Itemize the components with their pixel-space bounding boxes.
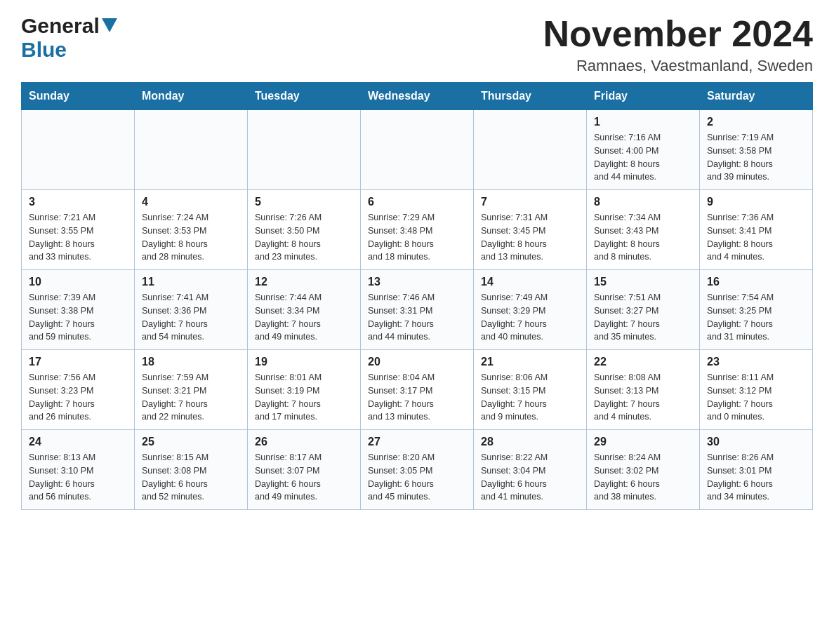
calendar-cell bbox=[22, 110, 135, 190]
day-number: 17 bbox=[29, 356, 127, 368]
calendar-cell bbox=[248, 110, 361, 190]
calendar-cell: 5Sunrise: 7:26 AM Sunset: 3:50 PM Daylig… bbox=[248, 190, 361, 270]
logo-general-text: General bbox=[21, 14, 100, 38]
day-number: 3 bbox=[29, 196, 127, 208]
day-info: Sunrise: 7:21 AM Sunset: 3:55 PM Dayligh… bbox=[29, 211, 127, 264]
day-info: Sunrise: 8:26 AM Sunset: 3:01 PM Dayligh… bbox=[707, 451, 805, 504]
calendar-table: SundayMondayTuesdayWednesdayThursdayFrid… bbox=[21, 82, 813, 510]
day-info: Sunrise: 8:11 AM Sunset: 3:12 PM Dayligh… bbox=[707, 371, 805, 424]
weekday-header-thursday: Thursday bbox=[474, 83, 587, 110]
calendar-week-row: 3Sunrise: 7:21 AM Sunset: 3:55 PM Daylig… bbox=[22, 190, 813, 270]
day-number: 12 bbox=[255, 276, 353, 288]
calendar-cell: 4Sunrise: 7:24 AM Sunset: 3:53 PM Daylig… bbox=[135, 190, 248, 270]
day-number: 9 bbox=[707, 196, 805, 208]
calendar-cell: 28Sunrise: 8:22 AM Sunset: 3:04 PM Dayli… bbox=[474, 430, 587, 510]
day-number: 28 bbox=[481, 436, 579, 448]
logo-blue-text: Blue bbox=[21, 38, 67, 61]
day-info: Sunrise: 7:24 AM Sunset: 3:53 PM Dayligh… bbox=[142, 211, 240, 264]
day-info: Sunrise: 8:20 AM Sunset: 3:05 PM Dayligh… bbox=[368, 451, 466, 504]
day-info: Sunrise: 7:44 AM Sunset: 3:34 PM Dayligh… bbox=[255, 291, 353, 344]
logo-triangle-icon bbox=[102, 18, 117, 35]
day-number: 15 bbox=[594, 276, 692, 288]
day-number: 13 bbox=[368, 276, 466, 288]
weekday-header-tuesday: Tuesday bbox=[248, 83, 361, 110]
day-number: 25 bbox=[142, 436, 240, 448]
calendar-cell: 25Sunrise: 8:15 AM Sunset: 3:08 PM Dayli… bbox=[135, 430, 248, 510]
day-info: Sunrise: 7:41 AM Sunset: 3:36 PM Dayligh… bbox=[142, 291, 240, 344]
calendar-cell bbox=[474, 110, 587, 190]
day-info: Sunrise: 8:04 AM Sunset: 3:17 PM Dayligh… bbox=[368, 371, 466, 424]
day-number: 1 bbox=[594, 116, 692, 128]
calendar-cell: 8Sunrise: 7:34 AM Sunset: 3:43 PM Daylig… bbox=[587, 190, 700, 270]
calendar-week-row: 10Sunrise: 7:39 AM Sunset: 3:38 PM Dayli… bbox=[22, 270, 813, 350]
calendar-cell: 20Sunrise: 8:04 AM Sunset: 3:17 PM Dayli… bbox=[361, 350, 474, 430]
weekday-header-wednesday: Wednesday bbox=[361, 83, 474, 110]
calendar-cell: 18Sunrise: 7:59 AM Sunset: 3:21 PM Dayli… bbox=[135, 350, 248, 430]
day-info: Sunrise: 8:13 AM Sunset: 3:10 PM Dayligh… bbox=[29, 451, 127, 504]
day-number: 2 bbox=[707, 116, 805, 128]
day-info: Sunrise: 7:34 AM Sunset: 3:43 PM Dayligh… bbox=[594, 211, 692, 264]
day-number: 24 bbox=[29, 436, 127, 448]
calendar-cell: 17Sunrise: 7:56 AM Sunset: 3:23 PM Dayli… bbox=[22, 350, 135, 430]
day-info: Sunrise: 7:31 AM Sunset: 3:45 PM Dayligh… bbox=[481, 211, 579, 264]
day-info: Sunrise: 8:15 AM Sunset: 3:08 PM Dayligh… bbox=[142, 451, 240, 504]
calendar-cell: 27Sunrise: 8:20 AM Sunset: 3:05 PM Dayli… bbox=[361, 430, 474, 510]
calendar-cell: 21Sunrise: 8:06 AM Sunset: 3:15 PM Dayli… bbox=[474, 350, 587, 430]
calendar-cell: 12Sunrise: 7:44 AM Sunset: 3:34 PM Dayli… bbox=[248, 270, 361, 350]
calendar-cell: 16Sunrise: 7:54 AM Sunset: 3:25 PM Dayli… bbox=[700, 270, 813, 350]
calendar-cell: 11Sunrise: 7:41 AM Sunset: 3:36 PM Dayli… bbox=[135, 270, 248, 350]
day-info: Sunrise: 8:22 AM Sunset: 3:04 PM Dayligh… bbox=[481, 451, 579, 504]
day-info: Sunrise: 7:54 AM Sunset: 3:25 PM Dayligh… bbox=[707, 291, 805, 344]
calendar-cell: 9Sunrise: 7:36 AM Sunset: 3:41 PM Daylig… bbox=[700, 190, 813, 270]
day-number: 27 bbox=[368, 436, 466, 448]
day-number: 10 bbox=[29, 276, 127, 288]
day-info: Sunrise: 7:51 AM Sunset: 3:27 PM Dayligh… bbox=[594, 291, 692, 344]
weekday-header-saturday: Saturday bbox=[700, 83, 813, 110]
day-info: Sunrise: 7:26 AM Sunset: 3:50 PM Dayligh… bbox=[255, 211, 353, 264]
weekday-header-friday: Friday bbox=[587, 83, 700, 110]
calendar-month-year: November 2024 bbox=[543, 14, 813, 54]
calendar-cell: 26Sunrise: 8:17 AM Sunset: 3:07 PM Dayli… bbox=[248, 430, 361, 510]
day-number: 4 bbox=[142, 196, 240, 208]
day-info: Sunrise: 8:01 AM Sunset: 3:19 PM Dayligh… bbox=[255, 371, 353, 424]
day-number: 11 bbox=[142, 276, 240, 288]
calendar-cell: 3Sunrise: 7:21 AM Sunset: 3:55 PM Daylig… bbox=[22, 190, 135, 270]
day-info: Sunrise: 7:19 AM Sunset: 3:58 PM Dayligh… bbox=[707, 131, 805, 184]
day-number: 5 bbox=[255, 196, 353, 208]
calendar-cell: 6Sunrise: 7:29 AM Sunset: 3:48 PM Daylig… bbox=[361, 190, 474, 270]
day-info: Sunrise: 8:17 AM Sunset: 3:07 PM Dayligh… bbox=[255, 451, 353, 504]
day-number: 6 bbox=[368, 196, 466, 208]
calendar-week-row: 1Sunrise: 7:16 AM Sunset: 4:00 PM Daylig… bbox=[22, 110, 813, 190]
calendar-cell: 14Sunrise: 7:49 AM Sunset: 3:29 PM Dayli… bbox=[474, 270, 587, 350]
calendar-cell: 24Sunrise: 8:13 AM Sunset: 3:10 PM Dayli… bbox=[22, 430, 135, 510]
day-number: 16 bbox=[707, 276, 805, 288]
day-number: 26 bbox=[255, 436, 353, 448]
day-number: 18 bbox=[142, 356, 240, 368]
calendar-cell: 13Sunrise: 7:46 AM Sunset: 3:31 PM Dayli… bbox=[361, 270, 474, 350]
calendar-cell: 23Sunrise: 8:11 AM Sunset: 3:12 PM Dayli… bbox=[700, 350, 813, 430]
day-info: Sunrise: 7:46 AM Sunset: 3:31 PM Dayligh… bbox=[368, 291, 466, 344]
day-info: Sunrise: 7:16 AM Sunset: 4:00 PM Dayligh… bbox=[594, 131, 692, 184]
calendar-header-row: SundayMondayTuesdayWednesdayThursdayFrid… bbox=[22, 83, 813, 110]
calendar-cell: 22Sunrise: 8:08 AM Sunset: 3:13 PM Dayli… bbox=[587, 350, 700, 430]
calendar-title-block: November 2024 Ramnaes, Vaestmanland, Swe… bbox=[543, 14, 813, 75]
calendar-cell: 15Sunrise: 7:51 AM Sunset: 3:27 PM Dayli… bbox=[587, 270, 700, 350]
day-number: 22 bbox=[594, 356, 692, 368]
day-number: 19 bbox=[255, 356, 353, 368]
calendar-location: Ramnaes, Vaestmanland, Sweden bbox=[543, 57, 813, 75]
day-info: Sunrise: 7:56 AM Sunset: 3:23 PM Dayligh… bbox=[29, 371, 127, 424]
calendar-cell bbox=[361, 110, 474, 190]
calendar-cell: 1Sunrise: 7:16 AM Sunset: 4:00 PM Daylig… bbox=[587, 110, 700, 190]
day-number: 23 bbox=[707, 356, 805, 368]
day-info: Sunrise: 8:06 AM Sunset: 3:15 PM Dayligh… bbox=[481, 371, 579, 424]
logo: General Blue bbox=[21, 14, 117, 62]
calendar-cell bbox=[135, 110, 248, 190]
calendar-cell: 10Sunrise: 7:39 AM Sunset: 3:38 PM Dayli… bbox=[22, 270, 135, 350]
calendar-cell: 2Sunrise: 7:19 AM Sunset: 3:58 PM Daylig… bbox=[700, 110, 813, 190]
day-info: Sunrise: 8:24 AM Sunset: 3:02 PM Dayligh… bbox=[594, 451, 692, 504]
day-info: Sunrise: 7:59 AM Sunset: 3:21 PM Dayligh… bbox=[142, 371, 240, 424]
day-info: Sunrise: 7:29 AM Sunset: 3:48 PM Dayligh… bbox=[368, 211, 466, 264]
day-number: 20 bbox=[368, 356, 466, 368]
day-number: 14 bbox=[481, 276, 579, 288]
day-number: 29 bbox=[594, 436, 692, 448]
